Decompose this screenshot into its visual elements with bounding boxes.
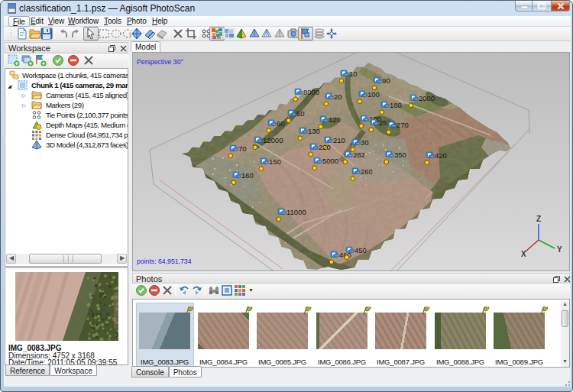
- svg-text:X: X: [521, 250, 526, 258]
- svg-text:150: 150: [269, 157, 281, 166]
- svg-text:420: 420: [435, 151, 447, 160]
- svg-text:10: 10: [349, 70, 358, 78]
- svg-text:270: 270: [397, 121, 409, 129]
- svg-text:220: 220: [319, 143, 331, 151]
- svg-text:12000: 12000: [263, 136, 283, 144]
- svg-text:260: 260: [361, 167, 373, 176]
- svg-text:90: 90: [382, 76, 390, 85]
- svg-text:160: 160: [241, 171, 254, 180]
- svg-text:20: 20: [334, 92, 342, 101]
- svg-text:2000: 2000: [419, 94, 435, 102]
- svg-text:points: 64,951,734: points: 64,951,734: [137, 258, 192, 265]
- svg-text:282: 282: [353, 151, 365, 159]
- svg-text:11000: 11000: [286, 208, 306, 216]
- svg-text:180: 180: [390, 101, 402, 109]
- svg-text:210: 210: [333, 136, 345, 144]
- svg-text:450: 450: [354, 246, 367, 254]
- svg-text:350: 350: [394, 151, 406, 159]
- svg-text:120: 120: [329, 115, 341, 124]
- svg-text:5000: 5000: [322, 157, 338, 165]
- svg-text:30: 30: [361, 138, 369, 147]
- svg-text:Perspective 30°: Perspective 30°: [137, 58, 183, 66]
- svg-text:130: 130: [308, 127, 320, 135]
- svg-text:100: 100: [367, 90, 380, 99]
- svg-text:50: 50: [296, 109, 305, 118]
- svg-text:70: 70: [238, 144, 247, 153]
- svg-text:8000: 8000: [303, 88, 319, 96]
- svg-text:Y: Y: [557, 245, 562, 254]
- svg-text:60: 60: [277, 119, 285, 128]
- svg-text:Z: Z: [536, 215, 541, 223]
